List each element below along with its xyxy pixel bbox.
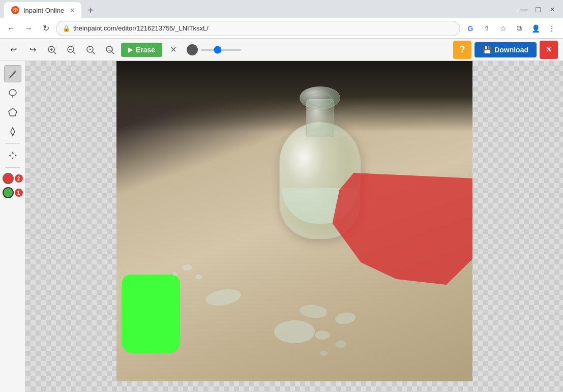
svg-marker-15	[9, 108, 17, 116]
maximize-btn[interactable]: □	[531, 3, 545, 16]
lasso-tool-btn[interactable]	[4, 84, 21, 102]
back-btn[interactable]: ←	[4, 21, 18, 36]
left-sidebar: 2 1	[0, 61, 25, 392]
extensions-btn[interactable]: ⧉	[512, 21, 526, 36]
bookmark-btn[interactable]: ☆	[496, 21, 510, 36]
tab-favicon: 🎨	[11, 6, 19, 14]
forward-btn[interactable]: →	[21, 21, 36, 36]
zoom-out-icon	[67, 45, 76, 54]
share-btn[interactable]: ⇑	[480, 21, 494, 36]
bottle-inner-ring	[307, 93, 333, 107]
tab-close-btn[interactable]: ×	[70, 6, 74, 14]
droplet-8	[320, 351, 328, 356]
svg-line-3	[54, 52, 56, 54]
zoom-out-btn[interactable]	[63, 42, 79, 58]
download-label: Download	[494, 46, 528, 54]
undo-btn[interactable]: ↩	[5, 42, 21, 58]
brush-tool-btn[interactable]	[4, 65, 21, 82]
canvas-area	[25, 61, 563, 392]
top-toolbar: ↩ ↪ 1:1 ▶ Erase ×	[0, 39, 563, 61]
move-tool-btn[interactable]	[4, 147, 21, 164]
tab-bar: 🎨 Inpaint Online × + — □ ×	[0, 0, 563, 18]
play-icon: ▶	[128, 46, 133, 53]
address-bar: ← → ↻ 🔒 theinpaint.com/editor/1216213755…	[0, 18, 563, 39]
google-icon: G	[468, 24, 473, 33]
zoom-fit-icon	[86, 45, 95, 54]
canvas-wrapper[interactable]	[116, 61, 472, 381]
refresh-btn[interactable]: ↻	[39, 21, 53, 36]
url-text: theinpaint.com/editor/1216213755/_LNITks…	[73, 24, 209, 32]
zoom-actual-btn[interactable]: 1:1	[102, 42, 118, 58]
brush-size-control	[187, 44, 242, 55]
browser-tab[interactable]: 🎨 Inpaint Online ×	[4, 2, 81, 18]
droplet-1	[183, 264, 192, 270]
green-swatch-container: 1	[3, 187, 23, 198]
red-color-badge: 2	[15, 174, 23, 183]
move-icon	[8, 150, 18, 161]
google-btn[interactable]: G	[463, 21, 478, 36]
green-inpaint-area	[122, 275, 180, 353]
erase-btn[interactable]: ▶ Erase	[121, 43, 162, 57]
droplet-3	[172, 272, 177, 276]
browser-actions: G ⇑ ☆ ⧉ 👤 ⋮	[463, 21, 559, 36]
green-color-swatch[interactable]	[3, 187, 14, 198]
download-btn[interactable]: 💾 Download	[475, 42, 537, 57]
profile-btn[interactable]: 👤	[528, 21, 543, 36]
color-group: 2 1	[3, 173, 23, 198]
brush-slider[interactable]	[201, 49, 242, 51]
new-tab-btn[interactable]: +	[85, 3, 96, 18]
url-box[interactable]: 🔒 theinpaint.com/editor/1216213755/_LNIT…	[56, 21, 460, 36]
large-droplet	[274, 320, 315, 343]
window-controls: — □ ×	[517, 3, 559, 18]
droplet-5	[315, 330, 330, 340]
svg-point-8	[90, 48, 91, 50]
zoom-fit-btn[interactable]	[82, 42, 99, 58]
droplet-7	[335, 341, 346, 348]
top-shadow	[116, 61, 472, 132]
green-color-badge: 1	[15, 189, 23, 197]
lasso-icon	[8, 88, 18, 98]
cancel-btn[interactable]: ×	[165, 42, 182, 58]
polygon-tool-btn[interactable]	[4, 104, 21, 121]
window-close-btn[interactable]: ×	[546, 3, 559, 16]
marker-icon	[8, 127, 18, 137]
redo-btn[interactable]: ↪	[24, 42, 41, 58]
tab-title: Inpaint Online	[23, 7, 64, 14]
sidebar-divider	[5, 143, 20, 144]
polygon-icon	[8, 107, 18, 117]
brush-icon	[8, 69, 18, 79]
app-container: ↩ ↪ 1:1 ▶ Erase ×	[0, 39, 563, 392]
photo-canvas[interactable]	[116, 61, 472, 381]
droplet-2	[195, 275, 202, 279]
browser-frame: 🎨 Inpaint Online × + — □ × ← → ↻ 🔒 thein…	[0, 0, 563, 392]
erase-label: Erase	[136, 46, 155, 54]
lock-icon: 🔒	[63, 25, 70, 32]
zoom-actual-icon: 1:1	[105, 45, 114, 54]
help-btn[interactable]: ?	[453, 41, 471, 59]
menu-btn[interactable]: ⋮	[545, 21, 559, 36]
minimize-btn[interactable]: —	[517, 3, 530, 16]
download-icon: 💾	[483, 46, 491, 54]
svg-line-6	[73, 52, 75, 54]
svg-point-13	[9, 89, 16, 96]
brush-preview	[187, 44, 198, 55]
zoom-in-icon	[47, 45, 56, 54]
red-swatch-container: 2	[3, 173, 23, 184]
zoom-in-btn[interactable]	[44, 42, 60, 58]
svg-text:1:1: 1:1	[108, 48, 113, 51]
close-red-btn[interactable]: ×	[540, 41, 558, 59]
red-color-swatch[interactable]	[3, 173, 14, 184]
marker-tool-btn[interactable]	[4, 123, 21, 140]
sidebar-divider-2	[5, 167, 20, 168]
svg-line-9	[93, 52, 95, 54]
main-content: 2 1	[0, 61, 563, 392]
svg-line-12	[112, 52, 114, 54]
